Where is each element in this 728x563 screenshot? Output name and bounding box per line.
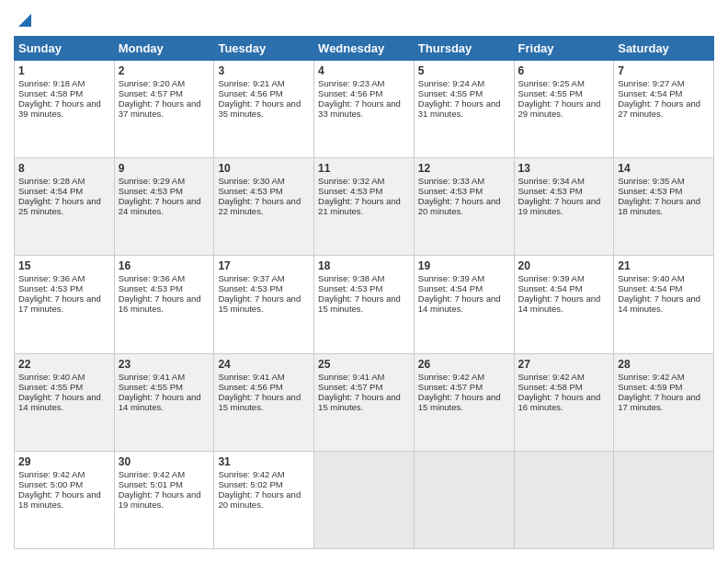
calendar-cell: 3Sunrise: 9:21 AMSunset: 4:56 PMDaylight… [214,61,314,158]
calendar-cell: 31Sunrise: 9:42 AMSunset: 5:02 PMDayligh… [214,451,314,548]
sunset: Sunset: 4:53 PM [318,186,382,196]
sunrise: Sunrise: 9:40 AM [618,273,684,283]
sunrise: Sunrise: 9:28 AM [18,176,85,186]
day-number: 22 [18,358,110,371]
daylight: Daylight: 7 hours and 37 minutes. [119,98,201,119]
header [14,14,714,27]
sunrise: Sunrise: 9:36 AM [18,273,85,283]
calendar-header-tuesday: Tuesday [214,37,314,61]
sunset: Sunset: 4:58 PM [518,382,583,392]
sunset: Sunset: 4:58 PM [18,88,83,98]
sunset: Sunset: 4:56 PM [218,382,282,392]
sunrise: Sunrise: 9:29 AM [119,176,185,186]
calendar-cell: 9Sunrise: 9:29 AMSunset: 4:53 PMDaylight… [114,158,214,256]
day-number: 11 [318,162,410,175]
daylight: Daylight: 7 hours and 14 minutes. [418,293,501,314]
sunrise: Sunrise: 9:33 AM [418,176,484,186]
sunset: Sunset: 5:02 PM [218,479,282,489]
calendar-cell: 8Sunrise: 9:28 AMSunset: 4:54 PMDaylight… [15,158,115,256]
logo [14,14,35,27]
sunset: Sunset: 4:57 PM [318,382,382,392]
sunrise: Sunrise: 9:39 AM [518,273,585,283]
day-number: 29 [18,455,110,468]
daylight: Daylight: 7 hours and 17 minutes. [18,293,101,314]
calendar-header-thursday: Thursday [414,37,514,61]
day-number: 3 [218,64,310,77]
day-number: 2 [119,64,210,77]
sunrise: Sunrise: 9:41 AM [318,372,384,382]
sunset: Sunset: 4:55 PM [518,88,583,98]
daylight: Daylight: 7 hours and 15 minutes. [318,293,401,314]
daylight: Daylight: 7 hours and 21 minutes. [318,196,401,216]
sunset: Sunset: 4:53 PM [119,283,183,293]
daylight: Daylight: 7 hours and 16 minutes. [518,392,601,412]
calendar-cell: 18Sunrise: 9:38 AMSunset: 4:53 PMDayligh… [314,256,415,353]
daylight: Daylight: 7 hours and 22 minutes. [218,196,301,216]
sunrise: Sunrise: 9:32 AM [318,176,384,186]
calendar-cell: 27Sunrise: 9:42 AMSunset: 4:58 PMDayligh… [514,353,614,451]
calendar-cell: 23Sunrise: 9:41 AMSunset: 4:55 PMDayligh… [114,353,214,451]
day-number: 5 [418,64,510,77]
sunset: Sunset: 4:59 PM [618,382,682,392]
sunset: Sunset: 4:55 PM [18,382,83,392]
calendar-cell: 20Sunrise: 9:39 AMSunset: 4:54 PMDayligh… [514,256,614,353]
day-number: 10 [218,162,310,175]
day-number: 20 [518,259,610,272]
calendar-cell: 30Sunrise: 9:42 AMSunset: 5:01 PMDayligh… [114,451,214,548]
daylight: Daylight: 7 hours and 20 minutes. [218,489,301,510]
sunrise: Sunrise: 9:41 AM [119,372,185,382]
daylight: Daylight: 7 hours and 31 minutes. [418,98,501,119]
calendar-cell: 13Sunrise: 9:34 AMSunset: 4:53 PMDayligh… [514,158,614,256]
sunrise: Sunrise: 9:21 AM [218,78,284,88]
sunrise: Sunrise: 9:37 AM [218,273,284,283]
sunset: Sunset: 4:56 PM [218,88,282,98]
day-number: 17 [218,259,310,272]
calendar-cell: 28Sunrise: 9:42 AMSunset: 4:59 PMDayligh… [614,353,714,451]
daylight: Daylight: 7 hours and 27 minutes. [618,98,700,119]
sunset: Sunset: 4:53 PM [18,283,83,293]
calendar-week-row: 29Sunrise: 9:42 AMSunset: 5:00 PMDayligh… [15,451,714,548]
calendar-header-sunday: Sunday [15,37,115,61]
calendar-header-monday: Monday [114,37,214,61]
sunrise: Sunrise: 9:42 AM [218,469,284,479]
sunrise: Sunrise: 9:27 AM [618,78,684,88]
daylight: Daylight: 7 hours and 14 minutes. [618,293,700,314]
daylight: Daylight: 7 hours and 15 minutes. [218,293,301,314]
daylight: Daylight: 7 hours and 35 minutes. [218,98,301,119]
daylight: Daylight: 7 hours and 18 minutes. [618,196,700,216]
daylight: Daylight: 7 hours and 14 minutes. [518,293,601,314]
calendar-cell: 5Sunrise: 9:24 AMSunset: 4:55 PMDaylight… [414,61,514,158]
sunset: Sunset: 4:53 PM [618,186,682,196]
sunrise: Sunrise: 9:42 AM [119,469,185,479]
sunrise: Sunrise: 9:39 AM [418,273,484,283]
calendar-week-row: 8Sunrise: 9:28 AMSunset: 4:54 PMDaylight… [15,158,714,256]
calendar-cell: 2Sunrise: 9:20 AMSunset: 4:57 PMDaylight… [114,61,214,158]
day-number: 30 [119,455,210,468]
day-number: 21 [618,259,710,272]
day-number: 23 [119,358,210,371]
daylight: Daylight: 7 hours and 25 minutes. [18,196,101,216]
daylight: Daylight: 7 hours and 17 minutes. [618,392,700,412]
calendar-header-saturday: Saturday [614,37,714,61]
daylight: Daylight: 7 hours and 33 minutes. [318,98,401,119]
daylight: Daylight: 7 hours and 29 minutes. [518,98,601,119]
calendar-week-row: 22Sunrise: 9:40 AMSunset: 4:55 PMDayligh… [15,353,714,451]
daylight: Daylight: 7 hours and 15 minutes. [418,392,501,412]
calendar-cell [314,451,415,548]
calendar-cell: 24Sunrise: 9:41 AMSunset: 4:56 PMDayligh… [214,353,314,451]
sunset: Sunset: 5:00 PM [18,479,83,489]
sunrise: Sunrise: 9:42 AM [418,372,484,382]
daylight: Daylight: 7 hours and 15 minutes. [218,392,301,412]
calendar-cell: 16Sunrise: 9:36 AMSunset: 4:53 PMDayligh… [114,256,214,353]
calendar-cell: 4Sunrise: 9:23 AMSunset: 4:56 PMDaylight… [314,61,415,158]
calendar-cell: 14Sunrise: 9:35 AMSunset: 4:53 PMDayligh… [614,158,714,256]
daylight: Daylight: 7 hours and 14 minutes. [18,392,101,412]
day-number: 24 [218,358,310,371]
sunset: Sunset: 4:53 PM [418,186,483,196]
day-number: 12 [418,162,510,175]
calendar-cell: 19Sunrise: 9:39 AMSunset: 4:54 PMDayligh… [414,256,514,353]
sunset: Sunset: 4:54 PM [418,283,483,293]
sunset: Sunset: 4:53 PM [518,186,583,196]
day-number: 16 [119,259,210,272]
sunset: Sunset: 4:57 PM [418,382,483,392]
